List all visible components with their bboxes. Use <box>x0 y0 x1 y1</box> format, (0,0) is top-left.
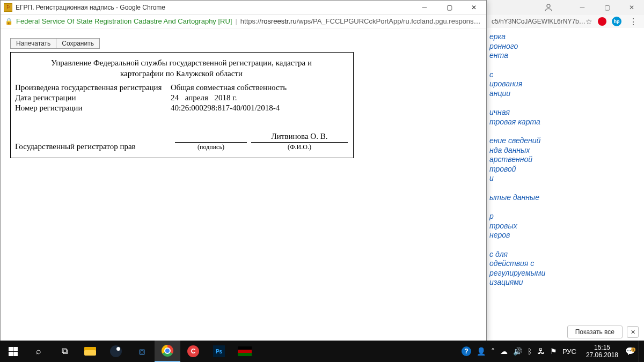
language-indicator[interactable]: РУС <box>562 348 576 356</box>
action-bar: Напечатать Сохранить <box>10 38 477 49</box>
popup-maximize-button[interactable]: ▢ <box>437 1 462 14</box>
signature-caption: (подпись) <box>171 143 251 151</box>
action-center-icon[interactable]: 💬1 <box>624 346 636 356</box>
doc-header: Управление Федеральной службы государств… <box>15 58 348 83</box>
ssl-cert-label: Federal Service Of State Registration Ca… <box>16 17 232 25</box>
document-frame: Управление Федеральной службы государств… <box>10 52 354 158</box>
onedrive-tray-icon[interactable]: ☁ <box>500 347 508 356</box>
photoshop-button[interactable]: Ps <box>206 341 232 362</box>
reg-num-label: Номер регистрации <box>15 104 171 113</box>
reg-date-value: 24 апреля 2018 г. <box>171 93 348 102</box>
ccleaner-button[interactable]: C <box>180 341 206 362</box>
network-tray-icon[interactable]: 🖧 <box>537 347 545 356</box>
bg-url-fragment: c5/hY3NCoJAGEWfKL6rNY7bQ… <box>492 18 586 25</box>
popup-body: Напечатать Сохранить Управление Федераль… <box>1 28 486 341</box>
reg-done-value: Общая совместная собственность <box>171 83 348 92</box>
bookmark-star-icon[interactable]: ☆ <box>586 17 592 26</box>
fio-caption: (Ф.И.О.) <box>251 143 348 151</box>
opera-extension-icon[interactable] <box>598 17 606 26</box>
bluetooth-tray-icon[interactable]: ᛒ <box>528 347 532 356</box>
popup-title: ЕГРП. Регистрационная надпись - Google C… <box>16 4 412 11</box>
file-explorer-button[interactable] <box>77 341 103 362</box>
popup-titlebar[interactable]: ⚐ ЕГРП. Регистрационная надпись - Google… <box>1 1 486 14</box>
signature-block: Государственный регистратор прав (подпис… <box>15 132 348 151</box>
rosreestr-favicon-icon: ⚐ <box>4 3 12 12</box>
bg-link-item[interactable]: с дляодействия срегулируемымиизациями <box>489 250 613 287</box>
hp-extension-icon[interactable]: hp <box>612 17 621 26</box>
popup-minimize-button[interactable]: ─ <box>412 1 437 14</box>
show-all-downloads-button[interactable]: Показать все <box>567 326 623 338</box>
steam-button[interactable] <box>103 341 129 362</box>
bg-link-item[interactable]: ение сведенийнда данныхарственнойтровойи <box>489 136 613 183</box>
registrar-role: Государственный регистратор прав <box>15 142 171 151</box>
bg-maximize-button[interactable]: ▢ <box>595 0 619 15</box>
print-button[interactable]: Напечатать <box>10 38 56 49</box>
bg-sidebar-links: еркаронногоентасированияанцииичнаятровая… <box>489 32 613 297</box>
people-tray-icon[interactable]: 👤 <box>477 347 486 356</box>
flag-app-button[interactable] <box>232 341 258 362</box>
volume-tray-icon[interactable]: 🔊 <box>513 347 522 356</box>
lock-icon: 🔒 <box>5 18 13 25</box>
signature-line <box>175 133 247 143</box>
reg-num-value: 40:26:000298:817-40/001/2018-4 <box>171 104 348 113</box>
popup-close-button[interactable]: ✕ <box>462 1 486 14</box>
bg-link-item[interactable]: еркаронногоента <box>489 32 613 61</box>
bg-link-item[interactable]: ртровыхнеров <box>489 212 613 240</box>
bg-link-item[interactable]: ытые данные <box>489 193 613 203</box>
reg-done-label: Произведена государственная регистрация <box>15 83 171 92</box>
bg-minimize-button[interactable]: ─ <box>570 0 595 15</box>
close-download-bar-button[interactable]: ✕ <box>627 326 639 338</box>
windows-taskbar: ⌕ ⧉ ⧈ C Ps ? 👤 ˄ ☁ 🔊 ᛒ 🖧 ⚑ РУС 15:15 27.… <box>0 341 644 362</box>
dropbox-button[interactable]: ⧈ <box>129 341 155 362</box>
task-view-button[interactable]: ⧉ <box>52 341 77 362</box>
start-button[interactable] <box>0 341 26 362</box>
security-tray-icon[interactable]: ⚑ <box>550 347 557 356</box>
popup-window: ⚐ ЕГРП. Регистрационная надпись - Google… <box>0 0 487 341</box>
help-tray-icon[interactable]: ? <box>462 346 471 356</box>
download-bar: Показать все ✕ <box>567 326 639 338</box>
bg-link-item[interactable]: сированияанции <box>489 70 613 99</box>
taskbar-clock[interactable]: 15:15 27.06.2018 <box>581 344 624 359</box>
svg-point-0 <box>547 4 550 8</box>
chrome-button[interactable] <box>155 341 180 362</box>
doc-grid: Произведена государственная регистрация … <box>15 83 348 113</box>
save-button[interactable]: Сохранить <box>56 38 100 49</box>
tray-chevron-icon[interactable]: ˄ <box>491 347 495 356</box>
popup-url: https://rosreestr.ru/wps/PA_FCCLPGURCckP… <box>240 17 482 25</box>
bg-link-item[interactable]: ичнаятровая карта <box>489 108 613 127</box>
show-desktop-button[interactable] <box>639 341 642 362</box>
reg-date-label: Дата регистрации <box>15 93 171 102</box>
system-tray: ? 👤 ˄ ☁ 🔊 ᛒ 🖧 ⚑ РУС <box>457 346 581 356</box>
popup-address-bar[interactable]: 🔒 Federal Service Of State Registration … <box>1 14 486 28</box>
search-button[interactable]: ⌕ <box>26 341 52 362</box>
user-avatar-icon[interactable] <box>538 0 559 15</box>
chrome-menu-icon[interactable]: ⋮ <box>627 17 640 27</box>
bg-close-button[interactable]: ✕ <box>619 0 644 15</box>
registrar-name: Литвинова О. В. <box>251 132 348 142</box>
